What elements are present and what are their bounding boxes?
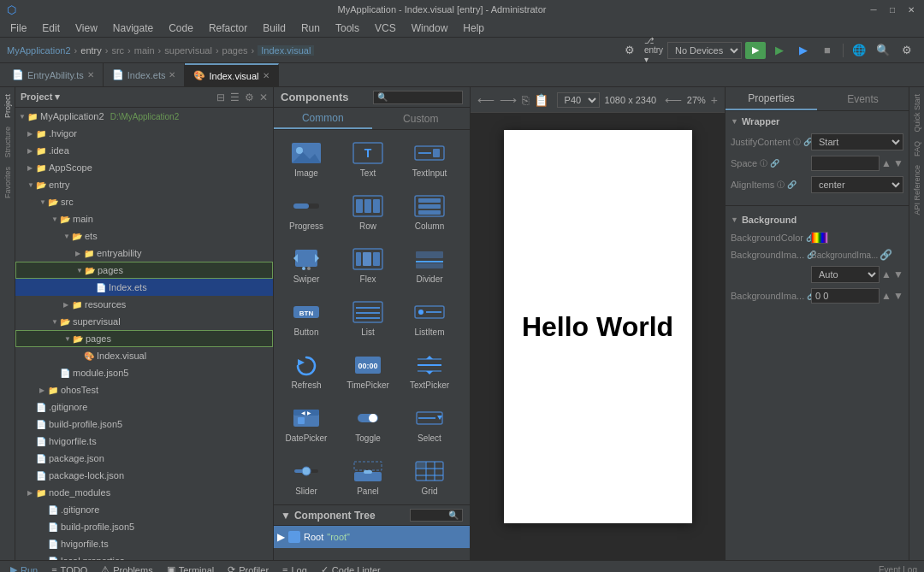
menu-view[interactable]: View <box>68 21 104 36</box>
tree-main[interactable]: ▼ 📂 main <box>15 210 273 227</box>
component-tree-search-input[interactable] <box>414 510 448 520</box>
tree-ets[interactable]: ▼ 📂 ets <box>15 227 273 245</box>
bg-position-stepper-up[interactable]: ▲ <box>881 290 891 302</box>
tree-root-hvigorfile[interactable]: 📄 hvigorfile.ts <box>15 535 273 552</box>
tree-supervisual[interactable]: ▼ 📂 supervisual <box>15 313 273 330</box>
justify-content-info-icon[interactable]: ⓘ <box>793 137 801 148</box>
tree-gear-icon[interactable]: ⚙ <box>245 91 254 103</box>
tree-root-build-profile[interactable]: 📄 build-profile.json5 <box>15 518 273 535</box>
space-stepper-up[interactable]: ▲ <box>881 157 891 169</box>
tab-index-visual-close[interactable]: ✕ <box>263 71 270 80</box>
bg-image2-link-icon[interactable]: 🔗 <box>880 249 892 261</box>
tree-root-gitignore[interactable]: 📄 .gitignore <box>15 501 273 518</box>
comp-swiper[interactable]: Swiper <box>277 239 335 291</box>
api-reference-panel[interactable]: API Reference <box>911 162 923 219</box>
space-stepper-down[interactable]: ▼ <box>893 157 903 169</box>
device-dropdown[interactable]: No Devices <box>667 42 742 59</box>
nav-paste-icon[interactable]: 📋 <box>534 93 548 107</box>
faq-panel[interactable]: FAQ <box>911 138 923 160</box>
space-info-icon[interactable]: ⓘ <box>760 158 767 169</box>
maximize-button[interactable]: □ <box>886 3 898 15</box>
comp-datepicker[interactable]: ◀ ▶ 28 DatePicker <box>277 398 335 450</box>
comp-divider[interactable]: Divider <box>400 239 459 291</box>
tree-package-lock-json[interactable]: 📄 package-lock.json <box>15 467 273 484</box>
tree-idea[interactable]: ▶ 📁 .idea <box>15 142 273 159</box>
tab-index-ets-close[interactable]: ✕ <box>169 70 175 80</box>
menu-edit[interactable]: Edit <box>35 21 67 36</box>
tree-package-json[interactable]: 📄 package.json <box>15 450 273 467</box>
titlebar-right[interactable]: ─ □ ✕ <box>868 3 917 15</box>
profiler-tab[interactable]: ⟳ Profiler <box>224 564 272 572</box>
tree-src[interactable]: ▼ 📂 src <box>15 193 273 210</box>
tree-close-icon[interactable]: ✕ <box>259 91 268 103</box>
minimize-button[interactable]: ─ <box>868 3 880 15</box>
tree-local-properties[interactable]: 📄 local.properties <box>15 552 273 560</box>
todo-tab[interactable]: ≡ TODO <box>48 565 91 573</box>
settings-icon[interactable]: ⚙ <box>619 40 640 61</box>
tree-resources[interactable]: ▶ 📁 resources <box>15 296 273 313</box>
comp-image[interactable]: Image <box>277 133 335 185</box>
comp-text[interactable]: T Text <box>339 133 397 185</box>
tab-properties[interactable]: Properties <box>726 87 817 110</box>
justify-content-select[interactable]: Start <box>811 133 903 150</box>
terminal-tab[interactable]: ▣ Terminal <box>163 564 218 572</box>
problems-tab[interactable]: ⚠ Problems <box>98 564 156 572</box>
menu-navigate[interactable]: Navigate <box>106 21 160 36</box>
nav-back-icon[interactable]: ⟵ <box>477 93 495 107</box>
component-tree-search[interactable]: 🔍 <box>410 509 463 522</box>
quick-start-panel[interactable]: Quick Start <box>911 91 923 136</box>
comp-flex[interactable]: Flex <box>339 239 397 291</box>
comp-toggle[interactable]: Toggle <box>339 398 397 450</box>
space-link-icon[interactable]: 🔗 <box>770 159 779 168</box>
tree-entryability[interactable]: ▶ 📁 entryability <box>15 245 273 262</box>
run-button[interactable]: ▶ <box>745 42 766 59</box>
tree-root[interactable]: ▼ 📁 MyApplication2 D:\MyApplication2 <box>15 108 273 125</box>
align-items-link-icon[interactable]: 🔗 <box>787 180 797 189</box>
bg-auto-stepper-down[interactable]: ▼ <box>893 268 903 280</box>
bg-position-input[interactable] <box>811 288 880 304</box>
comp-textinput[interactable]: TextInput <box>400 133 459 185</box>
zoom-in-icon[interactable]: + <box>711 93 718 107</box>
tree-appscope[interactable]: ▶ 📁 AppScope <box>15 159 273 176</box>
menu-help[interactable]: Help <box>456 21 491 36</box>
code-linter-tab[interactable]: ✓ Code Linter <box>317 564 384 572</box>
tab-entry-ability-close[interactable]: ✕ <box>87 70 94 80</box>
comp-select[interactable]: Select <box>400 398 459 450</box>
comp-timepicker[interactable]: 00:00 TimePicker <box>339 345 397 397</box>
preview-device-select[interactable]: P40 <box>557 92 600 108</box>
bg-position-stepper-down[interactable]: ▼ <box>893 290 903 302</box>
tree-settings-icon[interactable]: ☰ <box>230 91 240 103</box>
tree-node-modules[interactable]: ▶ 📁 node_modules <box>15 484 273 501</box>
menu-run[interactable]: Run <box>294 21 327 36</box>
comp-progress[interactable]: Progress <box>277 186 335 238</box>
tab-common[interactable]: Common <box>274 108 372 129</box>
tab-custom[interactable]: Custom <box>372 108 471 129</box>
structure-panel-toggle[interactable]: Structure <box>2 123 14 162</box>
tree-ohostest[interactable]: ▶ 📁 ohosTest <box>15 381 273 398</box>
space-input[interactable] <box>811 156 880 171</box>
tree-hvigor[interactable]: ▶ 📁 .hvigor <box>15 125 273 142</box>
menu-tools[interactable]: Tools <box>329 21 366 36</box>
comp-column[interactable]: Column <box>400 186 459 238</box>
branch-icon[interactable]: ⎇ entry ▾ <box>643 40 664 61</box>
tab-events[interactable]: Events <box>817 87 909 110</box>
menu-code[interactable]: Code <box>162 21 200 36</box>
search-icon[interactable]: 🔍 <box>873 40 893 61</box>
align-items-info-icon[interactable]: ⓘ <box>777 180 785 191</box>
translate-icon[interactable]: 🌐 <box>849 40 869 61</box>
wrapper-section-header[interactable]: ▼ Wrapper <box>731 115 903 128</box>
background-section-header[interactable]: ▼ Background <box>731 213 903 227</box>
config-icon[interactable]: ⚙ <box>897 40 917 61</box>
tree-index-visual[interactable]: 🎨 Index.visual <box>15 347 273 364</box>
ct-root-node[interactable]: ▶ Root "root" <box>274 526 470 548</box>
comp-slider[interactable]: Slider <box>277 451 335 503</box>
log-tab[interactable]: ≡ Log <box>279 565 311 573</box>
comp-listitem[interactable]: ListItem <box>400 292 459 344</box>
nav-forward-icon[interactable]: ⟶ <box>500 93 517 107</box>
event-log-button[interactable]: Event Log <box>879 565 917 572</box>
menu-build[interactable]: Build <box>256 21 293 36</box>
components-search[interactable]: 🔍 <box>373 91 463 104</box>
comp-row[interactable]: Row <box>339 186 397 238</box>
tree-pages-entry[interactable]: ▼ 📂 pages <box>15 262 273 279</box>
profile-btn[interactable]: ▶ <box>793 40 814 61</box>
